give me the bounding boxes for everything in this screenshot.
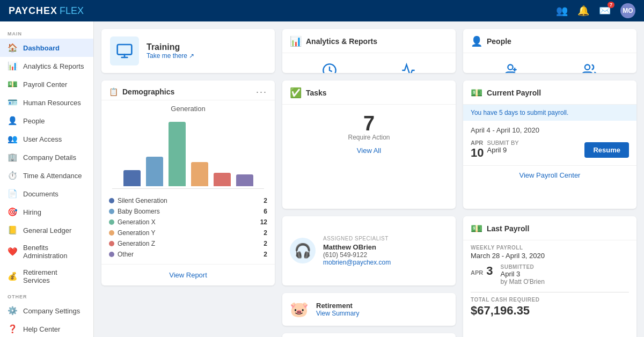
analytics-icon: 📊	[8, 61, 18, 71]
legend-dot-genz	[109, 241, 114, 246]
retirement-piggy-icon: 🐷	[290, 301, 309, 318]
topbar: PAYCHEX FLEX 👥 🔔 ✉️ 7 MO	[0, 0, 644, 21]
sidebar-item-benefits[interactable]: ❤️ Benefits Administration	[0, 239, 93, 264]
training-title: Training	[147, 42, 194, 52]
payroll-submit-label: SUBMIT BY	[487, 140, 518, 146]
ledger-icon: 📒	[8, 225, 18, 235]
resume-button[interactable]: Resume	[584, 142, 629, 158]
analytics-header-icon: 📊	[290, 35, 302, 47]
help-icon: ❓	[8, 324, 18, 334]
sidebar-item-label-payroll: Payroll Center	[23, 80, 67, 89]
analytics-buttons: Quick Reports Live Reports	[282, 53, 456, 73]
tasks-check-icon: ✅	[290, 87, 302, 99]
sidebar-item-label-benefits: Benefits Administration	[23, 244, 86, 260]
sidebar-item-help[interactable]: ❓ Help Center	[0, 320, 93, 337]
sidebar-item-label-company: Company Details	[23, 153, 76, 162]
view-report-link[interactable]: View Report	[101, 264, 275, 285]
sidebar-item-label-people: People	[23, 117, 45, 125]
sidebar-item-label-dashboard: Dashboard	[23, 44, 60, 52]
legend-dot-geny	[109, 230, 114, 236]
submitted-date: April 3	[500, 270, 544, 278]
tasks-header: ✅ Tasks	[282, 80, 456, 105]
legend-label-baby: Baby Boomers	[118, 208, 160, 215]
retirement-info: Retirement View Summary	[316, 302, 359, 317]
user-avatar[interactable]: MO	[620, 3, 635, 18]
last-payroll-icon: 💵	[471, 223, 482, 235]
bar-genz	[214, 173, 231, 186]
settings-icon: ⚙️	[8, 306, 18, 316]
benefits-icon: ❤️	[8, 247, 18, 257]
last-payroll-weekly: WEEKLY PAYROLL	[463, 240, 636, 252]
sidebar-item-hr[interactable]: 🪪 Human Resources	[0, 93, 93, 112]
sidebar-item-label-time: Time & Attendance	[23, 172, 82, 180]
quick-reports-icon	[322, 63, 337, 73]
bars-container	[112, 119, 264, 189]
chart-title: Generation	[101, 100, 275, 115]
last-payroll-title: Last Payroll	[487, 224, 529, 233]
specialist-email[interactable]: mobrien@paychex.com	[323, 259, 391, 266]
training-card: Training Take me there ↗	[101, 29, 275, 73]
sidebar-item-hiring[interactable]: 🎯 Hiring	[0, 203, 93, 221]
sidebar-section-other: OTHER	[0, 289, 93, 302]
sidebar-item-company-settings[interactable]: ⚙️ Company Settings	[0, 302, 93, 320]
legend-label-genz: Generation Z	[118, 240, 155, 247]
sidebar-item-time[interactable]: ⏱️ Time & Attendance	[0, 166, 93, 185]
tasks-body: 7 Require Action View All	[282, 105, 456, 163]
retirement-nav-icon: 💰	[8, 272, 18, 281]
sidebar-item-documents[interactable]: 📄 Documents	[0, 185, 93, 203]
training-info: Training Take me there ↗	[147, 42, 194, 60]
legend-count-geny: 2	[264, 229, 267, 237]
bar-genx	[169, 122, 186, 186]
mail-icon[interactable]: ✉️ 7	[599, 5, 611, 17]
people-nav-icon: 👤	[8, 116, 18, 126]
company-icon: 🏢	[8, 152, 18, 162]
last-payroll-header: 💵 Last Payroll	[463, 216, 636, 240]
quick-reports-button[interactable]: Quick Reports	[290, 58, 369, 73]
sidebar-item-payroll[interactable]: 💵 Payroll Center	[0, 75, 93, 93]
training-link[interactable]: Take me there ↗	[147, 52, 194, 60]
legend-count-genz: 2	[264, 240, 267, 247]
hiring-icon: 🎯	[8, 207, 18, 217]
view-payroll-center-link[interactable]: View Payroll Center	[463, 165, 636, 185]
svg-rect-0	[118, 45, 132, 55]
legend-label-genx: Generation X	[118, 218, 156, 226]
sidebar-item-label-retirement: Retirement Services	[23, 268, 86, 284]
tasks-title: Tasks	[306, 89, 327, 97]
tasks-card: ✅ Tasks 7 Require Action View All	[282, 80, 456, 209]
sidebar: MAIN 🏠 Dashboard 📊 Analytics & Reports 💵…	[0, 21, 94, 337]
tasks-view-all-link[interactable]: View All	[357, 146, 381, 155]
live-reports-button[interactable]: Live Reports	[369, 58, 449, 73]
sidebar-item-dashboard[interactable]: 🏠 Dashboard	[0, 39, 93, 57]
view-people-icon	[582, 63, 597, 73]
specialist-label: ASSIGNED SPECIALIST	[323, 236, 391, 241]
people-header-icon: 👤	[471, 35, 482, 47]
sidebar-item-label-user-access: User Access	[23, 135, 62, 143]
sidebar-item-retirement[interactable]: 💰 Retirement Services	[0, 264, 93, 289]
submitted-by: by Matt O'Brien	[500, 278, 544, 285]
svg-point-4	[508, 65, 513, 70]
add-employee-button[interactable]: Add Employee	[471, 58, 550, 73]
people-icon[interactable]: 👥	[556, 5, 568, 17]
sidebar-item-label-help: Help Center	[23, 325, 60, 333]
sidebar-item-company-details[interactable]: 🏢 Company Details	[0, 148, 93, 166]
external-link-icon: ↗	[189, 52, 194, 60]
view-people-list-button[interactable]: View People List	[550, 58, 630, 73]
legend-item-geny: Generation Y 2	[109, 228, 267, 238]
demo-more-icon[interactable]: ···	[256, 87, 267, 97]
payroll-submit-date: April 9	[487, 146, 518, 154]
demo-title: Demographics	[122, 87, 174, 96]
tasks-require-label: Require Action	[348, 134, 390, 141]
notification-icon[interactable]: 🔔	[577, 5, 589, 17]
demo-icon: 📋	[109, 87, 118, 96]
retirement-view-summary[interactable]: View Summary	[316, 310, 359, 317]
sidebar-item-general-ledger[interactable]: 📒 General Ledger	[0, 221, 93, 239]
sidebar-item-user-access[interactable]: 👥 User Access	[0, 130, 93, 148]
sidebar-item-analytics[interactable]: 📊 Analytics & Reports	[0, 57, 93, 75]
layout: MAIN 🏠 Dashboard 📊 Analytics & Reports 💵…	[0, 0, 644, 337]
specialist-avatar: 🎧	[290, 238, 316, 263]
demo-header: 📋 Demographics ···	[101, 80, 275, 100]
tasks-count: 7	[363, 113, 375, 134]
demographics-card: 📋 Demographics ··· Generation	[101, 80, 275, 285]
payroll-alert: You have 5 days to submit payroll.	[463, 105, 636, 121]
sidebar-item-people[interactable]: 👤 People	[0, 112, 93, 130]
